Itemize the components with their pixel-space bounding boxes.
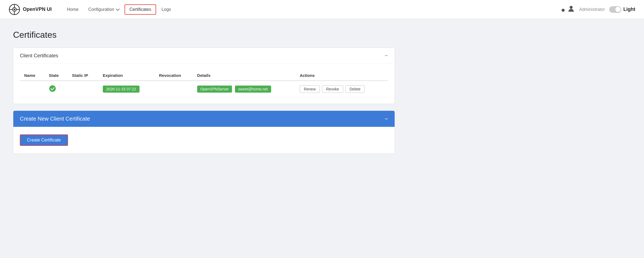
person-icon	[567, 5, 575, 12]
page-content: Certificates Client Certificates − Name …	[0, 19, 408, 171]
brand-logo-link[interactable]: OpenVPN UI	[9, 4, 52, 15]
user-icon: ●	[561, 5, 575, 14]
create-certificate-button[interactable]: Create Certificate	[20, 134, 68, 146]
openvpn-logo	[9, 4, 20, 15]
create-cert-header: Create New Client Certificate −	[13, 111, 395, 127]
chevron-down-icon	[116, 7, 120, 11]
create-cert-body: Create Certificate	[13, 127, 395, 153]
create-cert-collapse-btn[interactable]: −	[385, 116, 388, 122]
cell-name	[20, 81, 44, 97]
detail-badge-server: OpenVPNServer	[197, 86, 232, 93]
navbar: OpenVPN UI Home Configuration Certificat…	[0, 0, 644, 19]
nav-logs[interactable]: Logs	[157, 5, 175, 14]
svg-point-8	[49, 85, 56, 92]
col-actions: Actions	[295, 70, 388, 81]
theme-toggle-wrap: Light	[609, 6, 635, 13]
client-cert-collapse-btn[interactable]: −	[385, 53, 388, 59]
cell-state	[44, 81, 67, 97]
nav-home[interactable]: Home	[63, 5, 83, 14]
state-check-icon	[49, 85, 56, 92]
create-cert-card: Create New Client Certificate − Create C…	[13, 111, 395, 154]
col-state: State	[44, 70, 67, 81]
cert-table: Name State Static IP Expiration Revocati…	[20, 70, 388, 97]
brand-name: OpenVPN UI	[23, 7, 52, 12]
page-title: Certificates	[13, 30, 395, 40]
table-row: 2026-11-15 07:22 OpenVPNServer sweet@hom…	[20, 81, 388, 97]
revoke-button[interactable]: Revoke	[322, 85, 343, 93]
col-details: Details	[193, 70, 295, 81]
client-cert-header: Client Certificates −	[13, 48, 395, 64]
col-name: Name	[20, 70, 44, 81]
table-header-row: Name State Static IP Expiration Revocati…	[20, 70, 388, 81]
create-cert-title: Create New Client Certificate	[20, 116, 90, 122]
expiration-badge: 2026-11-15 07:22	[103, 86, 140, 93]
detail-badge-email: sweet@home.net	[235, 86, 271, 93]
delete-button[interactable]: Delete	[345, 85, 364, 93]
col-revocation: Revocation	[155, 70, 193, 81]
cell-expiration: 2026-11-15 07:22	[98, 81, 155, 97]
cell-static-ip	[68, 81, 98, 97]
admin-label: Administrator	[579, 7, 605, 12]
cell-revocation	[155, 81, 193, 97]
nav-configuration[interactable]: Configuration	[84, 5, 123, 14]
svg-point-6	[14, 9, 15, 10]
nav-links: Home Configuration Certificates Logs	[63, 4, 561, 15]
theme-label: Light	[623, 7, 635, 12]
svg-point-7	[569, 6, 572, 9]
col-expiration: Expiration	[98, 70, 155, 81]
col-static-ip: Static IP	[68, 70, 98, 81]
renew-button[interactable]: Renew	[300, 85, 320, 93]
nav-certificates[interactable]: Certificates	[125, 4, 156, 15]
cell-details: OpenVPNServer sweet@home.net	[193, 81, 295, 97]
client-cert-title: Client Certificates	[20, 53, 58, 59]
nav-right: ● Administrator Light	[561, 5, 635, 14]
theme-toggle[interactable]	[609, 6, 621, 13]
client-certificates-card: Client Certificates − Name State Static …	[13, 48, 395, 104]
cell-actions: Renew Revoke Delete	[295, 81, 388, 97]
client-cert-body: Name State Static IP Expiration Revocati…	[13, 64, 395, 104]
